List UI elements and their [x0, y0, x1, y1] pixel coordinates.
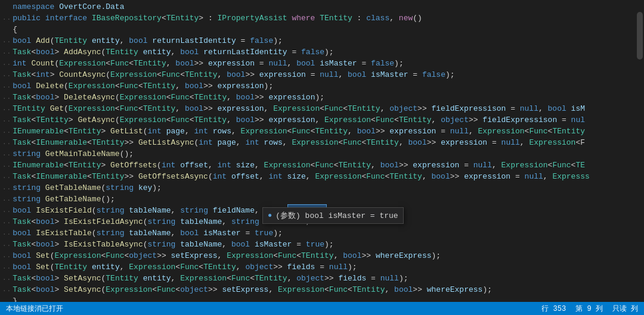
namespace-line: namespace OvertCore.Data — [0, 1, 644, 13]
statusbar-connection: 本地链接消已打开 — [6, 304, 63, 314]
code-line-9: .. IEnumerable < TEntity > GetList ( int… — [0, 126, 644, 137]
code-line-20: .. bool Set ( Expression < Func < object… — [0, 250, 644, 261]
code-line-21: .. bool Set ( TEntity entity , Expressio… — [0, 261, 644, 273]
code-area: namespace OvertCore.Data .. public inter… — [0, 0, 644, 304]
code-line-4: .. Task < int > CountAsync ( Expression … — [0, 69, 644, 80]
code-line-13: .. Task < IEnumerable < TEntity >> GetOf… — [0, 171, 644, 182]
interface-line: .. public interface IBaseRepository < TE… — [0, 13, 644, 24]
statusbar-mode: 只读 列 — [612, 304, 638, 314]
code-line-5: .. bool Delete ( Expression < Func < TEn… — [0, 80, 644, 92]
code-line-1: .. bool Add ( TEntity entity , bool retu… — [0, 35, 644, 46]
tooltip-text: (参数) bool isMaster = true — [275, 210, 398, 221]
code-line-15: .. string GetTableName (); — [0, 194, 644, 205]
code-line-3: .. int Count ( Expression < Func < TEnti… — [0, 58, 644, 69]
code-line-8: .. Task < TEntity > GetAsync ( Expressio… — [0, 114, 644, 126]
code-line-7: .. TEntity Get ( Expression < Func < TEn… — [0, 103, 644, 114]
code-line-23: .. Task < bool > SetAsync ( Expression <… — [0, 284, 644, 295]
code-line-18: .. bool IsExistTable ( string tableName … — [0, 227, 644, 239]
statusbar-col: 第 9 列 — [575, 304, 603, 314]
tooltip-icon: ● — [268, 211, 272, 220]
code-line-11: .. string GetMainTableName (); — [0, 148, 644, 160]
code-line-12: .. IEnumerable < TEntity > GetOffsets ( … — [0, 160, 644, 171]
editor-container: namespace OvertCore.Data .. public inter… — [0, 0, 644, 304]
code-line-6: .. Task < bool > DeleteAsync ( Expressio… — [0, 92, 644, 103]
open-brace-line: { — [0, 24, 644, 35]
parameter-tooltip: ● (参数) bool isMaster = true — [262, 207, 404, 224]
statusbar-right: 行 353 第 9 列 只读 列 — [541, 304, 638, 314]
statusbar-left: 本地链接消已打开 — [6, 304, 63, 314]
statusbar-line: 行 353 — [541, 304, 566, 314]
code-line-2: .. Task < bool > AddAsync ( TEntity enti… — [0, 46, 644, 58]
scrollbar-thumb[interactable] — [637, 12, 643, 60]
code-line-22: .. Task < bool > SetAsync ( TEntity enti… — [0, 273, 644, 284]
scrollbar[interactable] — [636, 0, 644, 304]
code-line-19: .. Task < bool > IsExistTableAsync ( str… — [0, 239, 644, 250]
statusbar: 本地链接消已打开 行 353 第 9 列 只读 列 — [0, 302, 644, 315]
code-line-14: .. string GetTableName ( string key ); — [0, 182, 644, 194]
code-line-10: .. Task < IEnumerable < TEntity >> GetLi… — [0, 137, 644, 148]
